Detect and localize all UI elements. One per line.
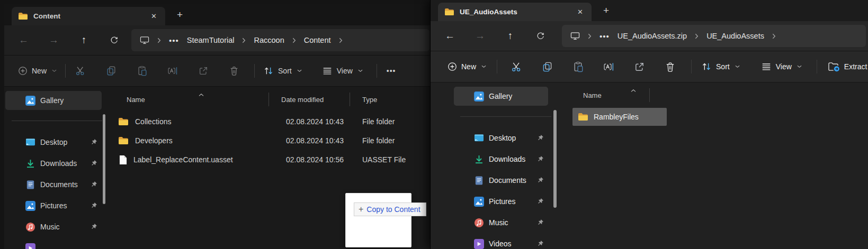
copy-button[interactable] — [535, 61, 559, 72]
chevron-right-icon — [157, 38, 161, 43]
rename-button[interactable] — [161, 66, 184, 76]
pin-icon — [537, 198, 544, 205]
pin-icon — [91, 160, 97, 167]
new-tab-button[interactable]: + — [173, 9, 187, 21]
new-button[interactable]: New — [14, 63, 61, 79]
paste-button[interactable] — [130, 66, 154, 76]
chevron-down-icon — [797, 65, 802, 68]
breadcrumb-item[interactable]: Raccoon — [254, 36, 284, 44]
file-row[interactable]: Developers 02.08.2024 10:43 File folder — [109, 131, 432, 150]
sidebar-item-gallery[interactable]: Gallery — [454, 87, 548, 106]
forward-button[interactable]: → — [39, 34, 69, 46]
sidebar-item-documents[interactable]: Documents — [5, 175, 102, 194]
breadcrumb-item[interactable]: Content — [304, 36, 331, 44]
new-tab-button[interactable]: + — [599, 5, 613, 16]
sidebar-item-label: Gallery — [40, 96, 64, 105]
sort-button-label: Sort — [278, 67, 292, 75]
sidebar-item-desktop[interactable]: Desktop — [454, 128, 548, 147]
forward-button[interactable]: → — [465, 30, 495, 42]
sidebar-item-label: Documents — [489, 176, 526, 185]
paste-button[interactable] — [566, 61, 589, 72]
up-button[interactable]: ↑ — [495, 30, 525, 42]
view-button[interactable]: View — [757, 58, 806, 75]
back-button[interactable]: ← — [435, 30, 465, 42]
chevron-right-icon — [242, 38, 246, 43]
pin-icon — [91, 139, 97, 145]
sidebar-item-music[interactable]: Music — [454, 213, 548, 232]
tab-content[interactable]: Content ✕ — [12, 7, 165, 25]
see-more-button[interactable]: ••• — [382, 63, 400, 78]
chevron-right-icon — [695, 33, 699, 39]
refresh-button[interactable] — [99, 36, 129, 45]
share-button[interactable] — [192, 66, 215, 76]
cut-button[interactable] — [69, 66, 92, 76]
breadcrumb-item[interactable]: SteamTutorial — [187, 36, 235, 44]
copy-button[interactable] — [100, 66, 123, 76]
videos-icon — [25, 243, 35, 249]
view-button[interactable]: View — [318, 62, 367, 79]
delete-button[interactable] — [222, 66, 246, 76]
file-date: 02.08.2024 10:56 — [269, 155, 350, 164]
new-button[interactable]: New — [443, 59, 490, 75]
downloads-icon — [474, 154, 484, 164]
sidebar-scrollbar[interactable] — [553, 110, 557, 208]
breadcrumb-item[interactable]: UE_AudioAssets — [706, 32, 764, 40]
close-tab-icon[interactable]: ✕ — [148, 11, 160, 21]
column-header-name[interactable]: Name — [568, 88, 649, 103]
close-tab-icon[interactable]: ✕ — [574, 7, 586, 17]
sidebar-item-label: Desktop — [489, 134, 516, 142]
list-header: Name — [558, 82, 868, 108]
file-row[interactable]: Collections 02.08.2024 10:43 File folder — [109, 112, 432, 131]
sidebar-scrollbar[interactable] — [103, 114, 105, 204]
breadcrumb-overflow[interactable]: ••• — [599, 32, 610, 41]
column-header-name[interactable]: Name — [114, 92, 269, 107]
extract-all-label: Extract all — [844, 62, 868, 71]
refresh-button[interactable] — [525, 32, 556, 41]
file-type: UASSET File — [350, 155, 432, 164]
column-header-date-modified[interactable]: Date modified — [269, 92, 350, 107]
back-button[interactable]: ← — [8, 34, 39, 46]
up-button[interactable]: ↑ — [69, 34, 99, 46]
column-header-type[interactable]: Type — [350, 92, 432, 107]
window-body: Gallery Desktop Downloads Documents — [431, 82, 868, 249]
sidebar-item-label: Desktop — [40, 138, 67, 146]
folder-icon — [444, 8, 454, 16]
share-button[interactable] — [628, 61, 651, 72]
folder-icon — [118, 117, 129, 126]
delete-button[interactable] — [658, 61, 682, 72]
file-row[interactable]: Label_ReplaceContent.uasset 02.08.2024 1… — [109, 150, 432, 169]
sidebar-separator — [460, 116, 551, 117]
sidebar-item-label: Videos — [489, 239, 512, 248]
sort-button[interactable]: Sort — [697, 58, 744, 75]
sidebar-item-downloads[interactable]: Downloads — [454, 150, 548, 169]
pictures-icon — [25, 201, 35, 211]
sidebar-item-pictures[interactable]: Pictures — [5, 196, 102, 215]
sidebar-item-pictures[interactable]: Pictures — [454, 192, 548, 211]
sidebar-item-music[interactable]: Music — [5, 217, 102, 236]
sidebar-item-downloads[interactable]: Downloads — [5, 154, 102, 173]
extract-all-icon — [828, 61, 840, 72]
list-header: Name Date modified Type — [109, 87, 432, 112]
command-bar: New Sort — [4, 55, 432, 86]
toolbar-separator — [497, 60, 497, 73]
extract-all-button[interactable]: Extract all — [824, 58, 868, 76]
sidebar-item-desktop[interactable]: Desktop — [5, 133, 102, 152]
cut-button[interactable] — [505, 61, 528, 72]
sidebar-item-documents[interactable]: Documents — [454, 171, 548, 190]
file-row-selected[interactable]: RambleyFiles — [572, 108, 667, 126]
address-bar[interactable]: ••• UE_AudioAssets.zip UE_AudioAssets — [562, 25, 866, 47]
sort-button[interactable]: Sort — [259, 62, 306, 79]
documents-icon — [474, 176, 484, 186]
chevron-right-icon — [339, 38, 343, 43]
sidebar-item-gallery[interactable]: Gallery — [5, 91, 102, 110]
sidebar-item-videos[interactable]: Videos — [454, 234, 548, 249]
tab-bar: Content ✕ + — [4, 4, 432, 25]
address-bar[interactable]: ••• SteamTutorial Raccoon Content — [131, 29, 429, 51]
breadcrumb-overflow[interactable]: ••• — [169, 36, 179, 45]
rename-button[interactable] — [597, 61, 620, 72]
tab-ue-audioassets[interactable]: UE_AudioAssets ✕ — [438, 3, 592, 21]
pin-icon — [537, 219, 544, 226]
breadcrumb-item[interactable]: UE_AudioAssets.zip — [618, 32, 687, 40]
file-icon — [118, 155, 127, 165]
sidebar-item-videos[interactable] — [5, 238, 102, 249]
